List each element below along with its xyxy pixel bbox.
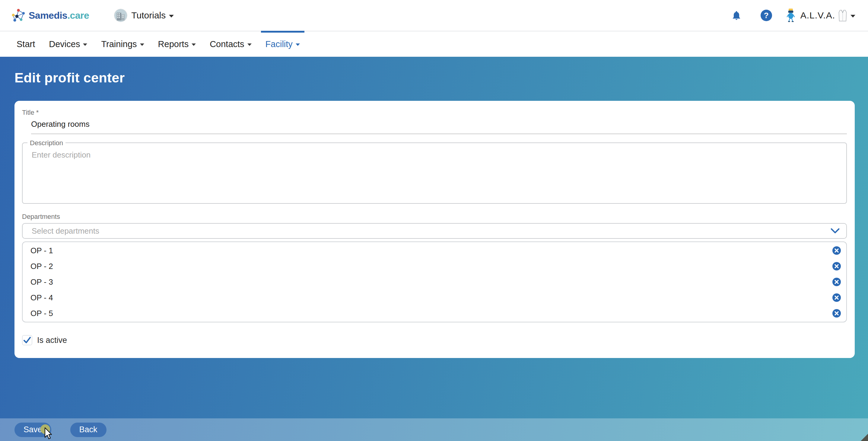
back-button[interactable]: Back bbox=[70, 422, 106, 437]
nav-tab-label: Trainings bbox=[101, 39, 137, 49]
description-field-label: Description bbox=[27, 139, 65, 147]
user-name: A.L.V.A. bbox=[800, 10, 835, 21]
edit-profit-center-form: Title * Description Departments bbox=[14, 101, 855, 358]
selected-departments-list: OP - 1 OP - 2 bbox=[22, 241, 847, 322]
chevron-down-icon bbox=[850, 15, 855, 18]
molecule-logo-icon bbox=[11, 8, 26, 23]
chevron-down-icon bbox=[192, 43, 196, 46]
chevron-down-icon bbox=[169, 15, 174, 18]
bell-icon bbox=[731, 10, 742, 21]
chevron-down-icon bbox=[83, 43, 87, 46]
department-row: OP - 4 bbox=[23, 290, 846, 305]
nav-tab-reports[interactable]: Reports bbox=[154, 31, 200, 57]
action-bar: Save Back bbox=[0, 418, 868, 441]
nav-tab-devices[interactable]: Devices bbox=[44, 31, 92, 57]
departments-label: Departments bbox=[22, 213, 847, 220]
building-avatar-icon bbox=[114, 9, 127, 22]
nav-tab-facility[interactable]: Facility bbox=[261, 31, 304, 57]
chevron-down-icon bbox=[140, 43, 144, 46]
remove-x-icon bbox=[832, 278, 841, 286]
user-menu[interactable]: A.L.V.A. bbox=[786, 8, 855, 22]
department-name: OP - 4 bbox=[30, 293, 53, 302]
corner-grip bbox=[861, 434, 868, 441]
nav-tab-start[interactable]: Start bbox=[12, 31, 39, 57]
nav-tab-label: Devices bbox=[49, 39, 80, 49]
description-textarea[interactable] bbox=[32, 150, 839, 196]
brand-wordmark: Samedis.care bbox=[29, 10, 89, 21]
chevron-down-icon bbox=[296, 43, 300, 46]
notifications-button[interactable] bbox=[731, 10, 742, 21]
app-root: Samedis.care Tutorials bbox=[0, 0, 868, 441]
remove-department-button[interactable] bbox=[832, 278, 841, 286]
workspace-selector[interactable]: Tutorials bbox=[114, 9, 174, 22]
department-name: OP - 5 bbox=[30, 309, 53, 318]
top-actions: ? A.L.V.A. bbox=[731, 8, 855, 22]
remove-x-icon bbox=[832, 293, 841, 302]
department-row: OP - 3 bbox=[23, 274, 846, 290]
remove-x-icon bbox=[832, 246, 841, 255]
help-icon: ? bbox=[761, 10, 772, 21]
title-input-wrap bbox=[31, 117, 847, 134]
is-active-label: Is active bbox=[37, 336, 67, 345]
help-button[interactable]: ? bbox=[761, 10, 772, 21]
department-row: OP - 1 bbox=[23, 243, 846, 258]
title-field: Title * bbox=[22, 109, 847, 134]
top-bar: Samedis.care Tutorials bbox=[0, 0, 868, 31]
is-active-checkbox[interactable] bbox=[22, 335, 32, 345]
remove-department-button[interactable] bbox=[832, 246, 841, 255]
save-button[interactable]: Save bbox=[14, 422, 51, 437]
page-title: Edit profit center bbox=[0, 57, 868, 86]
workspace-avatar bbox=[114, 9, 127, 22]
nav-tab-label: Contacts bbox=[210, 39, 244, 49]
department-name: OP - 1 bbox=[30, 246, 53, 255]
nav-tab-contacts[interactable]: Contacts bbox=[205, 31, 256, 57]
department-name: OP - 2 bbox=[30, 262, 53, 271]
title-field-label: Title * bbox=[22, 109, 847, 117]
description-field: Description bbox=[22, 143, 847, 204]
select-chevron-down-icon bbox=[831, 228, 840, 234]
department-row: OP - 5 bbox=[23, 305, 846, 321]
workspace-label: Tutorials bbox=[131, 10, 166, 21]
remove-department-button[interactable] bbox=[832, 309, 841, 318]
check-icon bbox=[23, 336, 31, 345]
nav-tab-label: Start bbox=[17, 39, 35, 49]
main-content: Edit profit center Title * Description D… bbox=[0, 57, 868, 441]
nav-tab-label: Reports bbox=[158, 39, 189, 49]
departments-select-input[interactable] bbox=[32, 226, 831, 236]
title-input[interactable] bbox=[31, 120, 847, 129]
remove-department-button[interactable] bbox=[832, 293, 841, 302]
department-name: OP - 3 bbox=[30, 277, 53, 287]
department-row: OP - 2 bbox=[23, 258, 846, 274]
main-nav: Start Devices Trainings Reports Contacts bbox=[0, 31, 868, 57]
nav-tab-trainings[interactable]: Trainings bbox=[97, 31, 149, 57]
lab-coat-icon bbox=[838, 9, 847, 22]
remove-x-icon bbox=[832, 309, 841, 318]
brand-logo[interactable]: Samedis.care bbox=[11, 8, 89, 23]
remove-x-icon bbox=[832, 262, 841, 270]
assistant-mascot-icon bbox=[786, 8, 795, 22]
remove-department-button[interactable] bbox=[832, 262, 841, 270]
departments-select[interactable] bbox=[22, 223, 847, 239]
chevron-down-icon bbox=[247, 43, 252, 46]
nav-tab-label: Facility bbox=[266, 39, 293, 49]
is-active-row: Is active bbox=[22, 335, 847, 345]
